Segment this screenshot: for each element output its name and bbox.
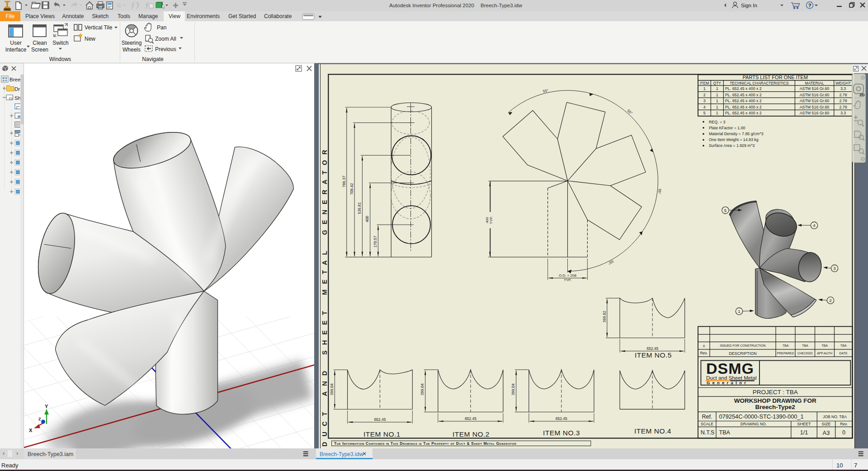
svg-text:TBA: TBA	[802, 344, 808, 347]
svg-text:Vertical Tile: Vertical Tile	[85, 24, 113, 31]
svg-text:JOB NO. TBA: JOB NO. TBA	[823, 414, 847, 419]
svg-text:DUCT AND SHEET METAL GENERATOR: DUCT AND SHEET METAL GENERATOR	[321, 144, 328, 447]
svg-text:1: 1	[716, 86, 718, 91]
svg-text:399.04: 399.04	[511, 383, 515, 395]
svg-text:PRO: PRO	[5, 8, 10, 11]
svg-text:REQ. = 3: REQ. = 3	[709, 120, 726, 124]
svg-text:3: 3	[703, 99, 706, 103]
svg-text:399.04: 399.04	[330, 383, 334, 395]
svg-text:The Information Contained in T: The Information Contained in This Drawin…	[334, 441, 516, 446]
svg-text:WORKSHOP DRAWING FOR: WORKSHOP DRAWING FOR	[734, 397, 816, 404]
svg-text:170.57: 170.57	[373, 236, 377, 247]
svg-text:4: 4	[703, 105, 706, 109]
svg-text:Pan: Pan	[157, 24, 166, 31]
svg-text:Breech-Type2: Breech-Type2	[755, 404, 795, 410]
svg-text:1: 1	[738, 309, 740, 314]
svg-text:Rev.: Rev.	[700, 351, 708, 355]
svg-text:652.45: 652.45	[374, 417, 386, 422]
svg-text:0: 0	[842, 429, 845, 436]
svg-text:400: 400	[365, 216, 369, 222]
svg-text:2: 2	[703, 93, 706, 97]
svg-text:786.37: 786.37	[342, 175, 346, 187]
svg-text:TBA: TBA	[719, 429, 731, 436]
svg-text:ITEM NO.2: ITEM NO.2	[453, 430, 490, 438]
svg-text:ISSUED FOR CONSTRUCTION: ISSUED FOR CONSTRUCTION	[720, 344, 765, 347]
svg-text:1: 1	[703, 86, 706, 91]
svg-text:ASTM 516 Gr.60: ASTM 516 Gr.60	[800, 99, 830, 103]
svg-text:399.82: 399.82	[602, 311, 607, 322]
svg-text:New: New	[85, 36, 95, 42]
svg-text:TYP.: TYP.	[489, 217, 493, 224]
svg-text:WEIGHT: WEIGHT	[835, 81, 851, 85]
svg-text:?: ?	[808, 3, 811, 8]
svg-text:1: 1	[716, 105, 718, 109]
svg-text:2.78: 2.78	[840, 105, 847, 109]
svg-text:Steering: Steering	[122, 40, 142, 46]
svg-text:1: 1	[716, 93, 718, 97]
svg-text:Clean: Clean	[33, 40, 47, 46]
svg-text:652.45: 652.45	[465, 416, 476, 421]
svg-text:Rev.: Rev.	[840, 422, 848, 426]
svg-text:ITEM: ITEM	[700, 81, 709, 85]
svg-text:Y: Y	[45, 404, 48, 409]
svg-text:A3: A3	[823, 429, 830, 436]
svg-text:Switch: Switch	[52, 40, 68, 46]
svg-text:TYP.: TYP.	[564, 278, 571, 282]
svg-text:APP.AUTH: APP.AUTH	[817, 352, 832, 355]
svg-text:5: 5	[724, 208, 726, 213]
svg-text:1/1: 1/1	[800, 429, 808, 436]
svg-text:399.04: 399.04	[420, 383, 425, 395]
svg-text:706.42: 706.42	[349, 183, 354, 195]
svg-text:Zoom All: Zoom All	[155, 36, 176, 42]
svg-text:Windows: Windows	[49, 56, 71, 62]
svg-text:Ref.: Ref.	[702, 414, 712, 420]
svg-text:QTY: QTY	[713, 81, 722, 85]
svg-text:652.45: 652.45	[556, 416, 567, 421]
svg-text:400: 400	[485, 217, 489, 223]
svg-text:ITEM NO.5: ITEM NO.5	[635, 351, 672, 359]
svg-text:ITEM NO.3: ITEM NO.3	[543, 429, 580, 437]
svg-text:Surface Area = 1.929 m^2: Surface Area = 1.929 m^2	[709, 143, 755, 148]
svg-text:5: 5	[703, 111, 706, 115]
svg-text:2D: 2D	[859, 93, 865, 97]
svg-text:MATERIAL: MATERIAL	[805, 81, 824, 85]
svg-text:Generator: Generator	[707, 380, 748, 385]
svg-text:X: X	[29, 428, 33, 433]
svg-text:TBA: TBA	[840, 344, 847, 347]
svg-text:SIZE: SIZE	[821, 422, 830, 426]
svg-text:4: 4	[813, 223, 815, 228]
svg-text:536.81: 536.81	[357, 202, 362, 214]
svg-text:Z: Z	[38, 417, 41, 421]
svg-text:3.3: 3.3	[840, 111, 846, 115]
svg-text:User: User	[10, 40, 21, 46]
svg-text:PREPARED: PREPARED	[777, 352, 794, 355]
svg-text:Previous: Previous	[155, 46, 176, 52]
svg-text:Interface: Interface	[5, 47, 27, 53]
svg-text:DESCRIPTION: DESCRIPTION	[729, 351, 757, 356]
svg-text:TBA: TBA	[783, 344, 789, 347]
svg-text:PL. 652.45 x 400 x 2: PL. 652.45 x 400 x 2	[725, 99, 762, 103]
svg-text:PL. 652.45 x 400 x 2: PL. 652.45 x 400 x 2	[725, 111, 762, 115]
svg-text:ITEM NO.1: ITEM NO.1	[363, 430, 401, 438]
svg-text:SCALE: SCALE	[701, 422, 713, 426]
svg-text:2: 2	[829, 298, 831, 303]
svg-text:CHECKED: CHECKED	[797, 352, 813, 355]
svg-text:PL. 652.45 x 400 x 2: PL. 652.45 x 400 x 2	[725, 93, 762, 97]
svg-text:TBA: TBA	[821, 344, 828, 347]
svg-text:1: 1	[716, 111, 718, 115]
svg-text:ASTM 516 Gr.60: ASTM 516 Gr.60	[800, 93, 830, 97]
svg-text:55°: 55°	[657, 188, 662, 194]
svg-text:0: 0	[703, 344, 705, 348]
svg-text:3: 3	[833, 266, 835, 271]
svg-text:One Item Weight = 14.93 kg: One Item Weight = 14.93 kg	[709, 137, 759, 142]
svg-text:Screen: Screen	[31, 47, 48, 53]
svg-text:Wheels: Wheels	[123, 47, 141, 53]
svg-text:Plate KFactor = 1.00: Plate KFactor = 1.00	[709, 126, 745, 130]
svg-text:ASTM 516 Gr.60: ASTM 516 Gr.60	[800, 105, 830, 109]
svg-text:ITEM NO.4: ITEM NO.4	[634, 427, 671, 435]
svg-text:Dr: Dr	[14, 86, 20, 92]
svg-text:N.T.S: N.T.S	[701, 429, 715, 436]
svg-text:SHEET: SHEET	[797, 422, 811, 426]
svg-text:ASTM 516 Gr.60: ASTM 516 Gr.60	[800, 86, 830, 91]
svg-text:652.45: 652.45	[646, 346, 658, 351]
